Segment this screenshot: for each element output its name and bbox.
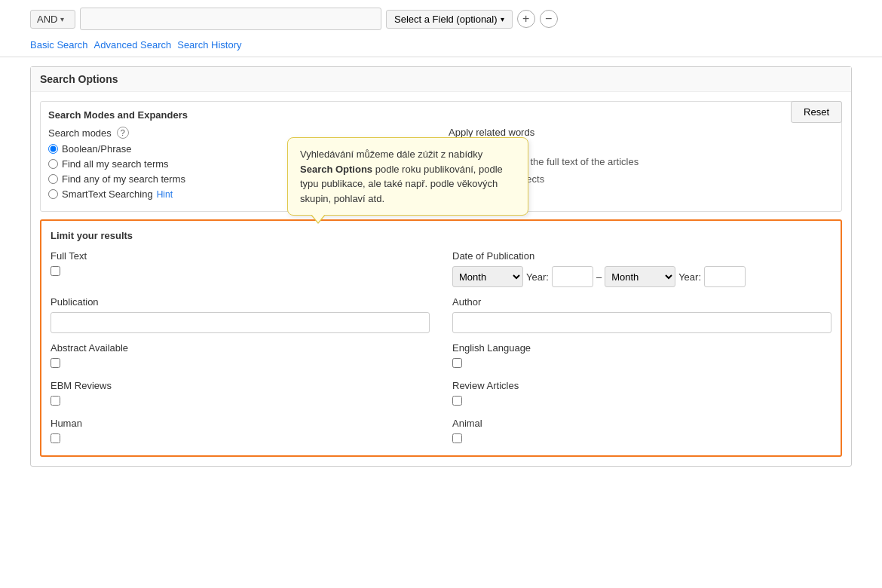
search-modes-help-icon[interactable]: ? — [117, 127, 129, 139]
limit-title: Limit your results — [51, 230, 831, 241]
tooltip-bubble: Vyhledávání můžeme dále zúžit z nabídky … — [287, 137, 528, 216]
animal-item: Animal — [452, 418, 831, 446]
publication-label: Publication — [51, 296, 430, 308]
publication-input[interactable] — [51, 312, 430, 333]
ebm-checkbox-row — [51, 396, 430, 406]
advanced-search-link[interactable]: Advanced Search — [94, 38, 178, 52]
radio-smarttext-input[interactable] — [48, 189, 58, 199]
human-label: Human — [51, 418, 430, 429]
month-from-select[interactable]: Month January February March April May J… — [452, 266, 523, 287]
search-row: AND ▾ Select a Field (optional) ▾ + − — [30, 8, 852, 30]
modes-title: Search Modes and Expanders — [48, 109, 834, 121]
date-separator: – — [596, 271, 602, 283]
search-links: Basic Search Advanced Search Search Hist… — [30, 38, 852, 57]
reset-button[interactable]: Reset — [791, 101, 842, 123]
remove-row-button[interactable]: − — [540, 10, 558, 28]
animal-checkbox[interactable] — [452, 433, 462, 443]
search-modes-label: Search modes — [48, 127, 112, 139]
radio-boolean-input[interactable] — [48, 144, 58, 154]
english-checkbox[interactable] — [452, 358, 462, 368]
remove-icon: − — [545, 13, 552, 25]
human-checkbox[interactable] — [51, 433, 60, 443]
abstract-checkbox-row — [51, 358, 430, 368]
review-item: Review Articles — [452, 380, 831, 409]
full-text-checkbox[interactable] — [51, 266, 60, 276]
add-icon: + — [522, 13, 529, 25]
select-field-arrow: ▾ — [501, 15, 504, 23]
human-checkbox-row — [51, 433, 430, 443]
hint-link[interactable]: Hint — [157, 189, 173, 200]
radio-findall-input[interactable] — [48, 159, 58, 169]
radio-findall-label: Find all my search terms — [62, 158, 169, 170]
english-label: English Language — [452, 342, 831, 354]
animal-label: Animal — [452, 418, 831, 429]
human-item: Human — [51, 418, 430, 446]
animal-checkbox-row — [452, 433, 831, 443]
select-field-label: Select a Field (optional) — [394, 14, 498, 25]
full-text-checkbox-row — [51, 266, 430, 276]
radio-boolean-label: Boolean/Phrase — [62, 143, 132, 155]
year-from-label: Year: — [526, 271, 549, 283]
add-row-button[interactable]: + — [517, 10, 535, 28]
radio-findany-label: Find any of my search terms — [62, 173, 185, 185]
limit-section: Limit your results Full Text Date of Pub… — [40, 219, 842, 457]
author-label: Author — [452, 296, 831, 308]
search-history-link[interactable]: Search History — [177, 38, 247, 52]
ebm-label: EBM Reviews — [51, 380, 430, 391]
search-options-section: Search Options Reset Search Modes and Ex… — [30, 66, 852, 467]
review-checkbox-row — [452, 396, 831, 406]
full-text-label: Full Text — [51, 250, 430, 262]
tooltip-bold-text: Search Options — [300, 164, 372, 175]
date-pub-label: Date of Publication — [452, 250, 831, 262]
and-label: AND — [37, 14, 57, 25]
tooltip-text-before: Vyhledávání můžeme dále zúžit z nabídky — [300, 149, 482, 160]
author-input[interactable] — [452, 312, 831, 333]
month-to-select[interactable]: Month January February March April May J… — [605, 266, 675, 287]
ebm-item: EBM Reviews — [51, 380, 430, 409]
author-item: Author — [452, 296, 831, 333]
search-input[interactable] — [80, 8, 381, 30]
ebm-checkbox[interactable] — [51, 396, 60, 406]
review-checkbox[interactable] — [452, 396, 462, 406]
abstract-checkbox[interactable] — [51, 358, 60, 368]
date-pub-row: Month January February March April May J… — [452, 266, 831, 287]
year-to-label: Year: — [678, 271, 701, 283]
abstract-label: Abstract Available — [51, 342, 430, 354]
select-field-button[interactable]: Select a Field (optional) ▾ — [386, 10, 513, 29]
year-from-input[interactable] — [552, 266, 593, 287]
and-arrow: ▾ — [60, 15, 64, 23]
top-search-bar: AND ▾ Select a Field (optional) ▾ + − Ba… — [0, 0, 882, 57]
limit-grid: Full Text Date of Publication Month Janu… — [51, 250, 831, 446]
radio-smarttext-label: SmartText Searching — [62, 188, 153, 200]
full-text-item: Full Text — [51, 250, 430, 287]
publication-item: Publication — [51, 296, 430, 333]
and-operator-dropdown[interactable]: AND ▾ — [30, 10, 75, 29]
basic-search-link[interactable]: Basic Search — [30, 38, 94, 52]
english-item: English Language — [452, 342, 831, 371]
abstract-item: Abstract Available — [51, 342, 430, 371]
year-to-input[interactable] — [704, 266, 746, 287]
apply-related-label: Apply related words — [449, 127, 834, 138]
modes-section: Search Modes and Expanders Search modes … — [40, 101, 842, 212]
date-pub-item: Date of Publication Month January Februa… — [452, 250, 831, 287]
review-label: Review Articles — [452, 380, 831, 391]
radio-findany-input[interactable] — [48, 174, 58, 184]
english-checkbox-row — [452, 358, 831, 368]
search-options-title: Search Options — [31, 67, 851, 92]
search-options-body: Reset Search Modes and Expanders Search … — [31, 92, 851, 466]
